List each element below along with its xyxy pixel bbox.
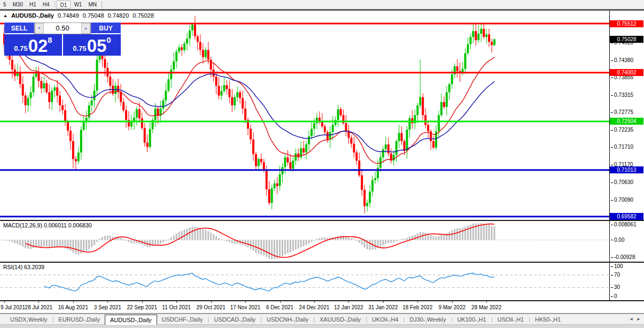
tab-scroll-arrows: ◄►: [629, 317, 641, 322]
macd-histogram-bar: [359, 240, 360, 243]
tab-scroll-right-icon[interactable]: ►: [637, 317, 641, 322]
candle-body: [138, 109, 141, 118]
candle-body: [446, 92, 448, 106]
tab-usdcnh-daily[interactable]: USDCNH-,Daily: [262, 316, 313, 323]
date-tick-mark: [176, 301, 177, 303]
volume-decrease-button[interactable]: ▼: [35, 23, 44, 34]
price-axis-tick: 0.71710: [611, 144, 633, 150]
macd-histogram-bar: [263, 240, 265, 256]
tab-hk50-h1[interactable]: HK50-,H1: [530, 316, 565, 323]
candle-body: [300, 148, 302, 157]
tab-dj30-weekly[interactable]: DJ30-,Weekly: [405, 316, 451, 323]
tab-uk100-h1[interactable]: UK100-,H1: [452, 316, 491, 323]
macd-histogram-bar: [417, 233, 418, 240]
macd-histogram-bar: [409, 237, 410, 240]
date-tick-mark: [38, 301, 39, 303]
timeframe-button-w1[interactable]: W1: [71, 1, 85, 9]
macd-histogram-bar: [284, 240, 286, 255]
macd-histogram-bar: [319, 238, 320, 240]
candle-body: [266, 170, 268, 189]
macd-histogram-bar: [364, 240, 366, 248]
macd-histogram-bar: [86, 240, 87, 251]
timeframe-button-5[interactable]: 5: [0, 1, 10, 9]
date-tick-mark: [383, 301, 384, 303]
date-axis: 9 Jul 202128 Jul 202116 Aug 20213 Sep 20…: [0, 301, 644, 314]
candle-body: [395, 141, 398, 155]
date-label: 28 Mar 2022: [471, 304, 501, 310]
macd-histogram-bar: [483, 224, 485, 240]
candle-body: [432, 141, 434, 148]
candle-body: [443, 102, 445, 107]
candle-body: [316, 118, 318, 123]
tab-audusd-daily[interactable]: AUDUSD-,Daily: [105, 315, 157, 325]
macd-histogram-bar: [99, 239, 100, 240]
toolbar-separator: [102, 1, 102, 8]
buy-button[interactable]: BUY: [91, 22, 121, 34]
macd-histogram-bar: [448, 232, 450, 240]
candle-body: [141, 118, 143, 128]
tab-xauusd-daily[interactable]: XAUUSD-,Daily: [315, 316, 366, 323]
macd-histogram-bar: [308, 240, 310, 244]
tab-scroll-left-icon[interactable]: ◄: [629, 317, 633, 322]
macd-histogram-bar: [374, 240, 376, 249]
macd-histogram-bar: [11, 240, 13, 242]
ohlc-open: 0.74849: [58, 12, 79, 19]
candle-body: [33, 77, 35, 92]
macd-histogram-bar: [202, 229, 204, 240]
macd-histogram-bar: [160, 240, 161, 244]
macd-histogram-bar: [451, 231, 453, 240]
candle-body: [387, 144, 390, 154]
candle-body: [117, 86, 119, 91]
candle-body: [363, 190, 366, 206]
candle-body: [255, 154, 257, 166]
candle-body: [472, 31, 474, 37]
candle-body: [165, 90, 167, 100]
macd-histogram-bar: [393, 240, 394, 242]
tab-usdchf-daily[interactable]: USDCHF-,Daily: [157, 316, 208, 323]
rsi-axis-tick: 100: [611, 263, 623, 269]
candle-body: [104, 59, 106, 67]
tab-usoil-h1[interactable]: USOil-,H1: [493, 316, 529, 323]
timeframe-button-mn[interactable]: MN: [85, 1, 100, 9]
candle-body: [289, 162, 291, 169]
tab-usdx-weekly[interactable]: USDX,Weekly: [5, 316, 52, 323]
timeframe-button-d1[interactable]: D1: [57, 1, 71, 9]
candle-body: [284, 157, 286, 167]
candle-body: [178, 48, 180, 52]
candle-body: [308, 136, 310, 144]
tab-eurusd-daily[interactable]: EURUSD-,Daily: [53, 316, 105, 323]
macd-histogram-bar: [494, 226, 495, 240]
macd-histogram-bar: [313, 240, 315, 241]
buy-price-box[interactable]: 0.75 05 0: [63, 34, 121, 56]
candle-body: [234, 97, 236, 105]
candle-body: [189, 30, 191, 39]
volume-field[interactable]: 0.50: [44, 23, 81, 34]
timeframe-button-m30[interactable]: M30: [10, 1, 26, 9]
macd-pane: 0.0080610.00-0.00928 MACD(12,26,9) 0.006…: [0, 221, 644, 263]
sell-button[interactable]: SELL: [4, 22, 34, 34]
candle-body: [398, 133, 400, 141]
rsi-chart[interactable]: [0, 263, 609, 300]
macd-histogram-bar: [75, 240, 76, 255]
candle-body: [157, 109, 159, 116]
macd-histogram-bar: [361, 240, 363, 245]
sell-price-pip: 8: [48, 35, 52, 44]
candle-body: [401, 133, 403, 141]
timeframe-button-h4[interactable]: H4: [40, 1, 53, 9]
tab-usdcad-daily[interactable]: USDCAD-,Daily: [209, 316, 260, 323]
price-axis-tick: 0.73315: [611, 92, 633, 98]
tab-ukoil-h4[interactable]: UKOil-,H4: [367, 316, 404, 323]
candle-body: [77, 152, 80, 161]
timeframe-button-h1[interactable]: H1: [26, 1, 40, 9]
candle-body: [385, 144, 387, 149]
macd-histogram-bar: [19, 240, 21, 246]
candle-body: [440, 102, 443, 115]
timeframe-toolbar: 5M30H1H4D1W1MN: [0, 0, 644, 9]
macd-axis-tick: 0.008061: [611, 222, 637, 227]
volume-increase-button[interactable]: ▲: [81, 23, 90, 34]
candle-body: [207, 50, 210, 59]
rsi-axis-tick: 70: [611, 272, 620, 278]
collapse-icon[interactable]: ▲: [3, 13, 7, 18]
sell-price-box[interactable]: 0.75 02 8: [4, 34, 62, 56]
macd-histogram-bar: [41, 240, 42, 247]
